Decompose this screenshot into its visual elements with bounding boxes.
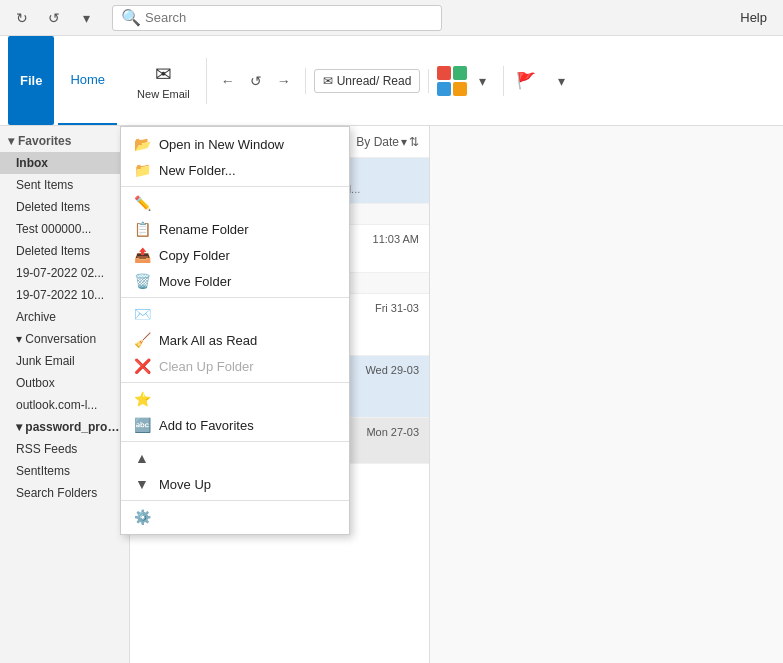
move-up-icon: ▲ [133, 450, 151, 466]
separator-1 [121, 186, 349, 187]
menu-properties[interactable]: ⚙️ [121, 504, 349, 530]
add-favorites-icon: ⭐ [133, 391, 151, 407]
menu-clean-up-folder-label: Mark All as Read [159, 333, 257, 348]
delete-all-icon: ❌ [133, 358, 151, 374]
menu-delete-folder-label: Move Folder [159, 274, 231, 289]
clean-up-folder-icon: 🧹 [133, 332, 151, 348]
menu-move-folder[interactable]: 📤 Copy Folder [121, 242, 349, 268]
menu-open-new-window-label: Open in New Window [159, 137, 284, 152]
properties-icon: ⚙️ [133, 509, 151, 525]
menu-move-up[interactable]: ▲ [121, 445, 349, 471]
sort-subfolders-icon: 🔤 [133, 417, 151, 433]
open-new-window-icon: 📂 [133, 136, 151, 152]
separator-4 [121, 441, 349, 442]
menu-open-new-window[interactable]: 📂 Open in New Window [121, 131, 349, 157]
menu-move-down[interactable]: ▼ Move Up [121, 471, 349, 497]
menu-delete-folder[interactable]: 🗑️ Move Folder [121, 268, 349, 294]
menu-add-favorites[interactable]: ⭐ [121, 386, 349, 412]
delete-folder-icon: 🗑️ [133, 273, 151, 289]
menu-clean-up-folder[interactable]: 🧹 Mark All as Read [121, 327, 349, 353]
separator-3 [121, 382, 349, 383]
new-folder-icon: 📁 [133, 162, 151, 178]
context-menu: 📂 Open in New Window 📁 New Folder... ✏️ … [120, 126, 350, 535]
menu-move-folder-label: Copy Folder [159, 248, 230, 263]
copy-folder-icon: 📋 [133, 221, 151, 237]
separator-5 [121, 500, 349, 501]
menu-move-down-label: Move Up [159, 477, 211, 492]
menu-copy-folder[interactable]: 📋 Rename Folder [121, 216, 349, 242]
menu-rename-folder[interactable]: ✏️ [121, 190, 349, 216]
move-down-icon: ▼ [133, 476, 151, 492]
menu-mark-all-read[interactable]: ✉️ [121, 301, 349, 327]
menu-sort-subfolders[interactable]: 🔤 Add to Favorites [121, 412, 349, 438]
context-menu-overlay[interactable]: 📂 Open in New Window 📁 New Folder... ✏️ … [0, 0, 783, 663]
menu-copy-folder-label: Rename Folder [159, 222, 249, 237]
mark-all-read-icon: ✉️ [133, 306, 151, 322]
rename-folder-icon: ✏️ [133, 195, 151, 211]
menu-sort-subfolders-label: Add to Favorites [159, 418, 254, 433]
menu-delete-all: ❌ Clean Up Folder [121, 353, 349, 379]
separator-2 [121, 297, 349, 298]
move-folder-icon: 📤 [133, 247, 151, 263]
menu-new-folder[interactable]: 📁 New Folder... [121, 157, 349, 183]
menu-new-folder-label: New Folder... [159, 163, 236, 178]
menu-delete-all-label: Clean Up Folder [159, 359, 254, 374]
